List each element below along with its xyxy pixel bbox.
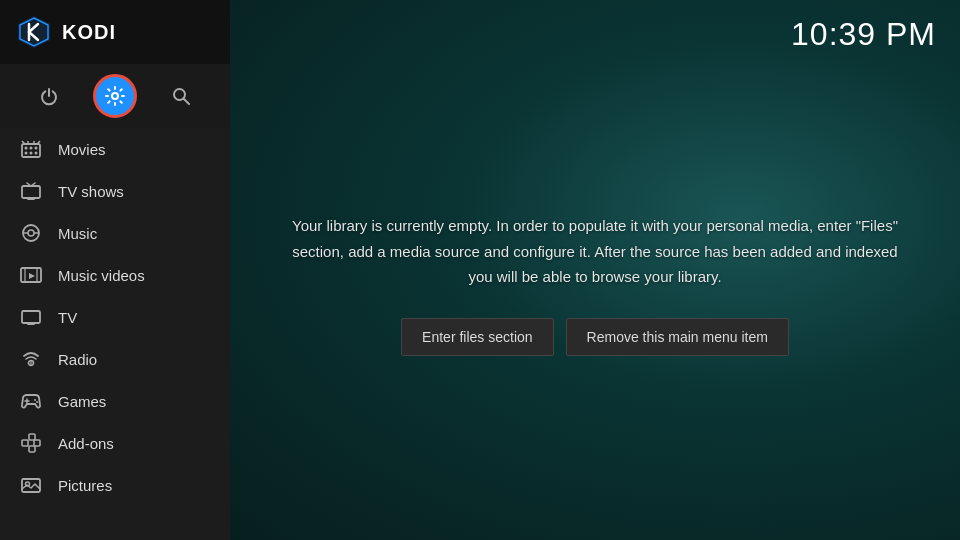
- search-icon: [171, 86, 191, 106]
- tv-shows-icon: [20, 180, 42, 202]
- pictures-label: Pictures: [58, 477, 112, 494]
- games-label: Games: [58, 393, 106, 410]
- radio-label: Radio: [58, 351, 97, 368]
- sidebar-item-tv-shows[interactable]: TV shows: [0, 170, 230, 212]
- library-empty-message: Your library is currently empty. In orde…: [290, 213, 900, 290]
- sidebar-item-games[interactable]: Games: [0, 380, 230, 422]
- library-section: Your library is currently empty. In orde…: [230, 69, 960, 540]
- svg-point-9: [25, 147, 28, 150]
- kodi-wordmark: KODI: [62, 21, 116, 44]
- svg-point-14: [35, 152, 38, 155]
- sidebar-header: KODI: [0, 0, 230, 64]
- svg-rect-42: [34, 440, 40, 446]
- action-buttons: Enter files section Remove this main men…: [401, 318, 789, 356]
- svg-marker-0: [18, 16, 50, 48]
- kodi-logo-icon: [16, 14, 52, 50]
- svg-point-12: [25, 152, 28, 155]
- main-header: 10:39 PM: [230, 0, 960, 69]
- settings-button[interactable]: [93, 74, 137, 118]
- svg-line-7: [184, 99, 190, 105]
- sidebar-item-music[interactable]: Music: [0, 212, 230, 254]
- music-icon: [20, 222, 42, 244]
- sidebar-item-tv[interactable]: TV: [0, 296, 230, 338]
- music-label: Music: [58, 225, 97, 242]
- sidebar-item-pictures[interactable]: Pictures: [0, 464, 230, 506]
- svg-rect-43: [29, 446, 35, 452]
- sidebar-nav: Movies TV shows: [0, 128, 230, 540]
- movies-icon: [20, 138, 42, 160]
- svg-rect-31: [22, 311, 40, 323]
- svg-rect-8: [22, 144, 40, 157]
- svg-marker-30: [29, 273, 35, 279]
- svg-point-10: [30, 147, 33, 150]
- movies-label: Movies: [58, 141, 106, 158]
- svg-point-13: [30, 152, 33, 155]
- pictures-icon: [20, 474, 42, 496]
- sidebar-top-icons: [0, 64, 230, 128]
- main-content: 10:39 PM Your library is currently empty…: [230, 0, 960, 540]
- svg-point-11: [35, 147, 38, 150]
- svg-point-38: [34, 399, 36, 401]
- add-ons-icon: [20, 432, 42, 454]
- svg-point-39: [36, 401, 38, 403]
- music-videos-icon: [20, 264, 42, 286]
- sidebar-item-movies[interactable]: Movies: [0, 128, 230, 170]
- sidebar-item-radio[interactable]: Radio: [0, 338, 230, 380]
- clock-display: 10:39 PM: [791, 16, 936, 53]
- settings-icon: [105, 86, 125, 106]
- sidebar-item-add-ons[interactable]: Add-ons: [0, 422, 230, 464]
- search-button[interactable]: [159, 74, 203, 118]
- svg-rect-40: [22, 440, 28, 446]
- add-ons-label: Add-ons: [58, 435, 114, 452]
- svg-rect-19: [22, 186, 40, 198]
- svg-point-25: [28, 230, 34, 236]
- tv-shows-label: TV shows: [58, 183, 124, 200]
- svg-rect-41: [29, 434, 35, 440]
- games-icon: [20, 390, 42, 412]
- remove-menu-item-button[interactable]: Remove this main menu item: [566, 318, 789, 356]
- sidebar-item-music-videos[interactable]: Music videos: [0, 254, 230, 296]
- music-videos-label: Music videos: [58, 267, 145, 284]
- radio-icon: [20, 348, 42, 370]
- svg-point-5: [112, 93, 118, 99]
- tv-icon: [20, 306, 42, 328]
- power-button[interactable]: [27, 74, 71, 118]
- enter-files-button[interactable]: Enter files section: [401, 318, 554, 356]
- power-icon: [39, 86, 59, 106]
- sidebar: KODI: [0, 0, 230, 540]
- tv-label: TV: [58, 309, 77, 326]
